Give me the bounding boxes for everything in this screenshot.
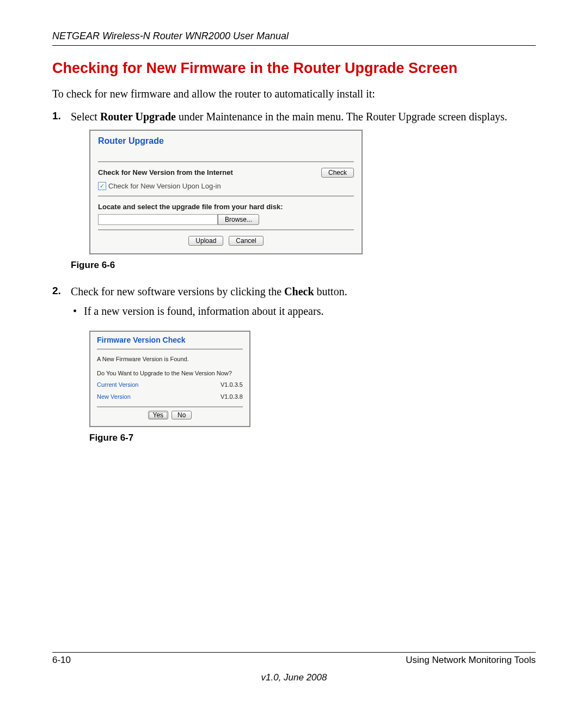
step-2-bold: Check: [284, 285, 314, 297]
divider: [98, 229, 354, 230]
cancel-button[interactable]: Cancel: [229, 236, 263, 246]
divider: [98, 196, 354, 197]
check-button[interactable]: Check: [321, 168, 354, 178]
figure-6-7-caption: Figure 6-7: [89, 431, 536, 445]
current-version-value: V1.0.3.5: [220, 381, 243, 389]
yes-button[interactable]: Yes: [148, 411, 169, 419]
checkbox-label: Check for New Version Upon Log-in: [108, 181, 221, 191]
panel2-title: Firmware Version Check: [97, 335, 243, 346]
page-number: 6-10: [52, 655, 71, 666]
page-footer: 6-10 Using Network Monitoring Tools v1.0…: [52, 652, 536, 683]
no-button[interactable]: No: [171, 411, 192, 419]
new-version-value: V1.0.3.8: [220, 393, 243, 401]
step-2: Check for new software versions by click…: [52, 284, 536, 445]
browse-button[interactable]: Browse...: [218, 214, 259, 225]
checkbox-login[interactable]: ✓: [98, 182, 106, 190]
step-2-bullet: If a new version is found, information a…: [71, 303, 536, 319]
running-header: NETGEAR Wireless-N Router WNR2000 User M…: [52, 31, 536, 42]
found-text: A New Firmware Version is Found.: [97, 355, 243, 363]
step-1-text-a: Select: [71, 111, 100, 123]
router-upgrade-panel: Router Upgrade Check for New Version fro…: [89, 130, 363, 254]
file-path-input[interactable]: [98, 214, 218, 225]
upload-button[interactable]: Upload: [188, 236, 223, 246]
step-2-text-b: button.: [314, 285, 347, 297]
footer-rule: [52, 652, 536, 653]
panel-title: Router Upgrade: [98, 135, 354, 147]
figure-6-6-caption: Figure 6-6: [71, 259, 536, 272]
intro-text: To check for new firmware and allow the …: [52, 87, 536, 101]
new-version-label: New Version: [97, 393, 131, 401]
divider: [98, 161, 354, 162]
divider: [97, 349, 243, 350]
header-rule: [52, 45, 536, 46]
current-version-label: Current Version: [97, 381, 138, 389]
step-1-bold: Router Upgrade: [100, 111, 176, 123]
footer-section: Using Network Monitoring Tools: [406, 655, 536, 666]
step-1: Select Router Upgrade under Maintenance …: [52, 109, 536, 272]
section-heading: Checking for New Firmware in the Router …: [52, 60, 536, 77]
firmware-check-panel: Firmware Version Check A New Firmware Ve…: [89, 331, 250, 427]
locate-label: Locate and select the upgrade file from …: [98, 202, 354, 212]
prompt-text: Do You Want to Upgrade to the New Versio…: [97, 369, 243, 378]
step-2-text-a: Check for new software versions by click…: [71, 285, 284, 297]
footer-version: v1.0, June 2008: [52, 672, 536, 683]
check-version-label: Check for New Version from the Internet: [98, 168, 233, 178]
step-1-text-b: under Maintenance in the main menu. The …: [176, 111, 507, 123]
divider: [97, 406, 243, 407]
